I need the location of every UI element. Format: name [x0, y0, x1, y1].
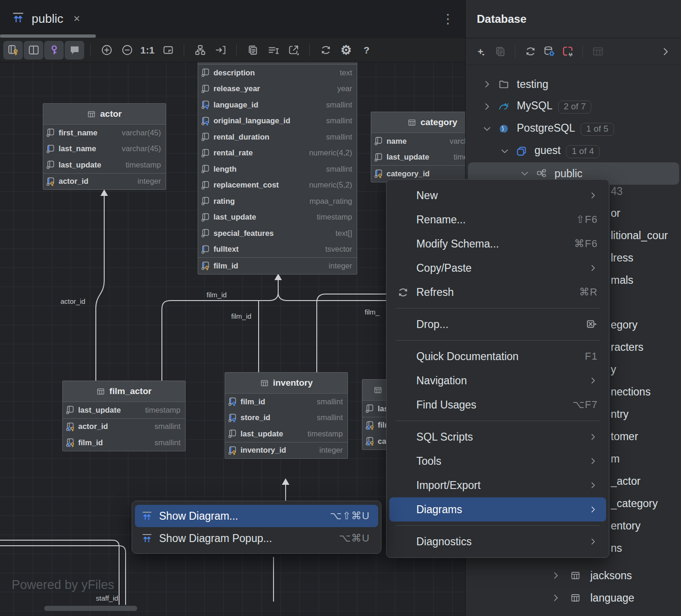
columns-toggle-button[interactable]: [24, 41, 43, 60]
zoom-in-button[interactable]: [97, 41, 116, 60]
tree-item-item[interactable]: [466, 609, 681, 616]
column-fulltext[interactable]: fulltext tsvector: [198, 241, 357, 258]
auto-layout-button[interactable]: [190, 41, 210, 60]
chevron-down-icon[interactable]: [500, 146, 511, 156]
column-last-update[interactable]: last_update timestamp: [371, 149, 465, 166]
column-last-update[interactable]: last_update timestamp: [43, 157, 166, 173]
diagram-table-actor[interactable]: actor first_name varchar(45) last_name v…: [43, 103, 166, 190]
column-release-year[interactable]: release_year year: [198, 81, 357, 97]
help-button[interactable]: ?: [357, 41, 376, 60]
column-language-id[interactable]: language_id smallint: [198, 97, 357, 113]
tree-item-guest[interactable]: guest1 of 4: [466, 140, 681, 162]
show-details-button[interactable]: [263, 41, 283, 60]
tree-item-fragment[interactable]: _category: [611, 497, 658, 510]
copy-diagram-button[interactable]: [243, 41, 262, 60]
menu-item-tools[interactable]: Tools: [389, 449, 606, 473]
tree-item-mysql[interactable]: MySQL2 of 7: [466, 95, 681, 118]
menu-item-diagrams[interactable]: Diagrams: [389, 497, 606, 522]
close-icon[interactable]: ×: [73, 12, 80, 25]
submenu-item-show-diagram-popup[interactable]: Show Diagram Popup...⌥⌘U: [135, 527, 378, 549]
menu-item-navigation[interactable]: Navigation: [389, 368, 606, 393]
menu-item-new[interactable]: New: [389, 183, 606, 208]
menu-item-rename[interactable]: Rename...⇧F6: [389, 208, 606, 232]
horizontal-scrollbar-thumb[interactable]: [44, 606, 137, 611]
tree-item-fragment[interactable]: entory: [611, 520, 641, 532]
column-film-id[interactable]: film_id integer: [198, 258, 357, 274]
panel-expand-icon[interactable]: [657, 42, 674, 61]
table-header[interactable]: inventory: [225, 373, 347, 394]
menu-item-diagnostics[interactable]: Diagnostics: [389, 529, 606, 554]
menu-item-find-usages[interactable]: Find Usages⌥F7: [389, 393, 606, 417]
menu-item-copy-paste[interactable]: Copy/Paste: [389, 256, 606, 280]
chevron-right-icon[interactable]: [482, 101, 493, 112]
fit-content-button[interactable]: [158, 41, 178, 60]
column-rental-rate[interactable]: rental_rate numeric(4,2): [198, 145, 357, 161]
column-description[interactable]: description text: [198, 65, 357, 81]
data-source-properties-button[interactable]: [540, 42, 558, 61]
column-film-id[interactable]: film_id smallint: [63, 435, 185, 451]
menu-item-sql-scripts[interactable]: SQL Scripts: [389, 425, 606, 449]
tree-item-postgresql[interactable]: PostgreSQL1 of 5: [466, 118, 681, 140]
actual-size-button[interactable]: 1:1: [138, 41, 157, 60]
refresh-button[interactable]: [521, 42, 539, 61]
comments-toggle-button[interactable]: [65, 41, 84, 60]
column-rating[interactable]: rating mpaa_rating: [198, 193, 357, 209]
tree-item-fragment[interactable]: ntry: [611, 408, 628, 421]
refresh-diagram-button[interactable]: [316, 41, 335, 60]
diagram-table-category[interactable]: category name varchar(25) last_update ti…: [371, 112, 465, 182]
tree-item-testing[interactable]: testing: [466, 73, 681, 95]
column-last-name[interactable]: last_name varchar(45): [43, 141, 166, 157]
jump-to-source-button[interactable]: [211, 41, 230, 60]
zoom-out-button[interactable]: [117, 41, 137, 60]
menu-item-drop[interactable]: Drop...: [389, 312, 606, 336]
submenu-item-show-diagram[interactable]: Show Diagram...⌥⇧⌘U: [135, 505, 378, 527]
column-name[interactable]: name varchar(25): [371, 133, 465, 149]
column-last-update[interactable]: last_update timestamp: [225, 426, 347, 442]
primary-keys-toggle-button[interactable]: [3, 41, 23, 60]
chevron-down-icon[interactable]: [520, 168, 531, 179]
menu-item-import-export[interactable]: Import/Export: [389, 473, 606, 497]
tree-item-fragment[interactable]: ns: [611, 542, 622, 555]
table-header[interactable]: film_actor: [63, 381, 185, 402]
column-actor-id[interactable]: actor_id smallint: [63, 419, 185, 435]
tree-item-fragment[interactable]: racters: [611, 341, 643, 354]
menu-item-modify-schema[interactable]: Modify Schema...⌘F6: [389, 232, 606, 256]
diagram-table-inventory[interactable]: inventory film_id smallint store_id smal…: [225, 372, 348, 459]
column-first-name[interactable]: first_name varchar(45): [43, 125, 166, 141]
chevron-right-icon[interactable]: [482, 79, 493, 89]
column-actor-id[interactable]: actor_id integer: [43, 174, 166, 190]
export-diagram-button[interactable]: [284, 41, 303, 60]
chevron-down-icon[interactable]: [482, 124, 493, 134]
tree-item-language[interactable]: language: [466, 587, 681, 609]
chevron-right-icon[interactable]: [551, 593, 562, 603]
settings-button[interactable]: ⚙: [336, 41, 356, 60]
diagram-table-film-actor[interactable]: film_actor last_update timestamp actor_i…: [62, 381, 186, 451]
tree-item-fragment[interactable]: 43: [611, 185, 623, 198]
tree-item-fragment[interactable]: y: [611, 363, 616, 376]
column-film-id[interactable]: film_id smallint: [225, 394, 347, 410]
kebab-menu-icon[interactable]: ⋮: [441, 10, 455, 28]
column-last-update[interactable]: last_update timestamp: [63, 402, 185, 418]
tree-item-fragment[interactable]: lress: [611, 252, 634, 264]
tree-item-fragment[interactable]: mals: [611, 274, 634, 287]
menu-item-quick-documentation[interactable]: Quick DocumentationF1: [389, 344, 606, 368]
diagram-table-film[interactable]: film description text release_year year …: [198, 62, 357, 275]
tree-item-fragment[interactable]: _actor: [611, 475, 641, 488]
table-header[interactable]: actor: [43, 104, 166, 125]
column-replacement-cost[interactable]: replacement_cost numeric(5,2): [198, 177, 357, 194]
column-last-update[interactable]: last_update timestamp: [198, 209, 357, 226]
column-original-language-id[interactable]: original_language_id smallint: [198, 113, 357, 129]
tree-item-fragment[interactable]: tomer: [611, 430, 638, 443]
column-inventory-id[interactable]: inventory_id integer: [225, 442, 347, 459]
tree-item-fragment[interactable]: or: [611, 207, 620, 220]
add-data-source-button[interactable]: +: [473, 42, 490, 61]
menu-item-refresh[interactable]: Refresh⌘R: [389, 280, 606, 304]
table-header[interactable]: category: [371, 112, 465, 133]
tree-item-fragment[interactable]: egory: [611, 319, 638, 331]
column-special-features[interactable]: special_features text[]: [198, 225, 357, 241]
tree-item-jacksons[interactable]: jacksons: [466, 564, 681, 587]
column-length[interactable]: length smallint: [198, 161, 357, 177]
tree-item-fragment[interactable]: litional_cour: [611, 229, 668, 242]
tree-item-fragment[interactable]: nections: [611, 386, 651, 398]
column-store-id[interactable]: store_id smallint: [225, 410, 347, 426]
